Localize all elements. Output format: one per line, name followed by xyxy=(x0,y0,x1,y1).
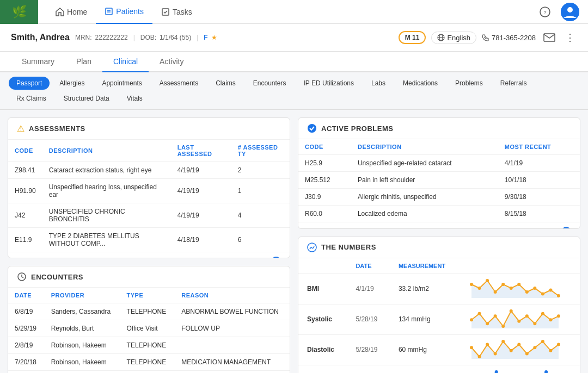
email-button[interactable] xyxy=(541,29,558,46)
svg-point-52 xyxy=(549,349,552,352)
svg-point-18 xyxy=(486,279,489,282)
tab-summary[interactable]: Summary xyxy=(11,52,65,72)
list-item[interactable]: Risk 5/24/19 11 xyxy=(298,365,580,373)
num-value: 60 mmHg xyxy=(390,334,460,365)
globe-icon xyxy=(437,34,445,41)
message-count-badge[interactable]: M 11 xyxy=(399,31,426,44)
subtab-appointments[interactable]: Appointments xyxy=(94,77,149,90)
assess-count: 4 xyxy=(231,203,290,228)
prob-recent: 4/1/19 xyxy=(498,155,580,172)
problems-view-all[interactable]: VIEW ALL → xyxy=(529,227,571,229)
subtab-passport[interactable]: Passport xyxy=(9,77,50,90)
svg-point-35 xyxy=(517,319,520,322)
avatar-icon xyxy=(561,3,579,21)
table-row[interactable]: H91.90 Unspecified hearing loss, unspeci… xyxy=(8,179,290,203)
subtab-assessments[interactable]: Assessments xyxy=(152,77,206,90)
subtab-medications[interactable]: Medications xyxy=(395,77,445,90)
more-options-button[interactable]: ⋮ xyxy=(563,32,577,43)
svg-point-20 xyxy=(501,283,505,286)
svg-point-56 xyxy=(494,370,498,373)
assess-count: 6 xyxy=(231,228,290,252)
prob-recent: 8/15/18 xyxy=(498,206,580,222)
table-row[interactable]: H25.9 Unspecified age-related cataract 4… xyxy=(298,155,580,172)
subtab-encounters[interactable]: Encounters xyxy=(246,77,294,90)
num-col-measurement: MEASUREMENT xyxy=(390,258,460,274)
assessments-view-all[interactable]: VIEW ALL → xyxy=(239,257,281,258)
num-label: Risk xyxy=(298,365,347,373)
enc-date: 5/29/19 xyxy=(8,320,45,337)
table-row[interactable]: E11.9 TYPE 2 DIABETES MELLITUS WITHOUT C… xyxy=(8,228,290,252)
num-value: 33.2 lb/m2 xyxy=(390,273,460,304)
enc-provider: Reynolds, Burt xyxy=(45,320,120,337)
nav-patients[interactable]: Patients xyxy=(96,0,152,24)
subtab-referrals[interactable]: Referrals xyxy=(493,77,535,90)
assess-code: H91.90 xyxy=(8,179,42,203)
subtab-vitals[interactable]: Vitals xyxy=(119,92,150,105)
tab-plan[interactable]: Plan xyxy=(65,52,102,72)
list-item[interactable]: BMI 4/1/19 33.2 lb/m2 xyxy=(298,273,580,304)
subtab-problems[interactable]: Problems xyxy=(448,77,491,90)
svg-point-45 xyxy=(493,352,497,355)
tab-activity[interactable]: Activity xyxy=(149,52,194,72)
favorite-icon[interactable]: ★ xyxy=(211,34,217,41)
assess-desc: TYPE 2 DIABETES MELLITUS WITHOUT COMP... xyxy=(42,228,171,252)
home-icon xyxy=(56,8,64,16)
svg-point-27 xyxy=(557,294,560,297)
prob-recent: 9/30/18 xyxy=(498,189,580,206)
svg-point-14 xyxy=(308,243,316,252)
language-button[interactable]: English xyxy=(431,32,476,44)
encounters-card: ENCOUNTERS DATE PROVIDER TYPE REASON 6/8… xyxy=(8,266,290,373)
num-chart xyxy=(460,273,580,304)
left-column: ⚠ ASSESSMENTS CODE DESCRIPTION LAST ASSE… xyxy=(8,117,290,373)
svg-point-44 xyxy=(486,343,489,346)
patient-name: Smith, Andrea xyxy=(11,33,70,42)
subtab-structured[interactable]: Structured Data xyxy=(56,92,117,105)
nav-right: ? xyxy=(536,3,579,21)
list-item[interactable]: Diastolic 5/28/19 60 mmHg xyxy=(298,334,580,365)
numbers-icon xyxy=(307,243,317,252)
table-row[interactable]: M25.512 Pain in left shoulder 10/1/18 xyxy=(298,172,580,189)
subtab-labs[interactable]: Labs xyxy=(364,77,393,90)
assess-count: 1 xyxy=(231,179,290,203)
svg-point-16 xyxy=(470,283,473,286)
table-row[interactable]: 2/8/19 Robinson, Hakeem TELEPHONE xyxy=(8,337,290,354)
logo: 🌿 xyxy=(0,0,38,24)
encounters-icon xyxy=(17,272,27,282)
enc-reason: FOLLOW UP xyxy=(175,320,290,337)
num-chart xyxy=(460,365,580,373)
prob-desc: Pain in left shoulder xyxy=(351,172,498,189)
col-code: CODE xyxy=(8,140,42,162)
num-value: 134 mmHg xyxy=(390,304,460,334)
nav-home[interactable]: Home xyxy=(47,0,96,24)
subtab-rx-claims[interactable]: Rx Claims xyxy=(9,92,54,105)
notification-button[interactable]: ? xyxy=(536,3,554,21)
subtab-claims[interactable]: Claims xyxy=(208,77,243,90)
svg-point-7 xyxy=(567,7,573,13)
mrn-value: 222222222 xyxy=(95,34,128,41)
svg-point-26 xyxy=(549,288,552,291)
prob-col-code: CODE xyxy=(298,139,351,155)
assess-desc: Unspecified hearing loss, unspecified ea… xyxy=(42,179,171,203)
num-label: Systolic xyxy=(298,304,347,334)
prob-col-description: DESCRIPTION xyxy=(351,139,498,155)
prob-desc: Unspecified age-related cataract xyxy=(351,155,498,172)
user-avatar[interactable] xyxy=(561,3,579,21)
table-row[interactable]: R60.0 Localized edema 8/15/18 xyxy=(298,206,580,222)
table-row[interactable]: 6/8/19 Sanders, Cassandra TELEPHONE ABNO… xyxy=(8,303,290,320)
subtab-allergies[interactable]: Allergies xyxy=(52,77,92,90)
table-row[interactable]: 5/29/19 Reynolds, Burt Office Visit FOLL… xyxy=(8,320,290,337)
table-row[interactable]: J42 UNSPECIFIED CHRONIC BRONCHITIS 4/19/… xyxy=(8,203,290,228)
table-row[interactable]: 7/20/18 Robinson, Hakeem TELEPHONE MEDIC… xyxy=(8,354,290,371)
table-row[interactable]: J30.9 Allergic rhinitis, unspecified 9/3… xyxy=(298,189,580,206)
subtab-ip-ed[interactable]: IP ED Utilizations xyxy=(296,77,362,90)
svg-point-33 xyxy=(501,325,505,328)
prob-code: J30.9 xyxy=(298,189,351,206)
svg-text:?: ? xyxy=(543,10,546,15)
list-item[interactable]: Systolic 5/28/19 134 mmHg xyxy=(298,304,580,334)
svg-point-43 xyxy=(477,355,481,358)
svg-point-48 xyxy=(517,343,520,346)
table-row[interactable]: Z98.41 Cataract extraction status, right… xyxy=(8,162,290,179)
tab-clinical[interactable]: Clinical xyxy=(102,52,149,72)
phone-button[interactable]: 781-365-2208 xyxy=(482,34,536,42)
nav-tasks[interactable]: Tasks xyxy=(152,0,201,24)
